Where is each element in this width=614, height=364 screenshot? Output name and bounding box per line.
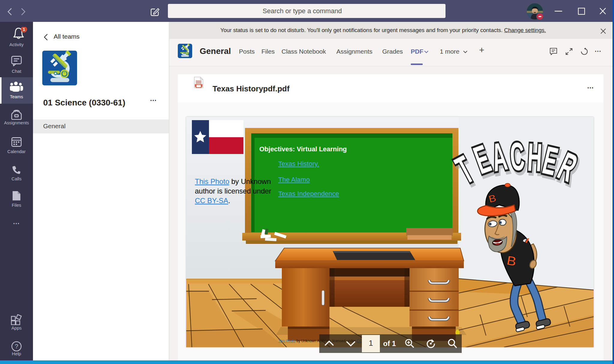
svg-text:C: C <box>508 134 526 179</box>
svg-text:Texas History.: Texas History. <box>278 160 319 167</box>
svg-text:?: ? <box>15 343 18 350</box>
svg-text:Objectives: Virtual Learning: Objectives: Virtual Learning <box>259 145 347 153</box>
svg-text:author is licensed under: author is licensed under <box>195 187 271 195</box>
svg-text:1: 1 <box>23 27 25 32</box>
svg-text:Texas Independence: Texas Independence <box>278 190 339 197</box>
svg-text:CC BY-SA.: CC BY-SA. <box>195 197 230 205</box>
svg-text:The Alamo: The Alamo <box>278 176 310 183</box>
svg-text:This Photo by Unknown: This Photo by Unknown <box>195 177 271 185</box>
